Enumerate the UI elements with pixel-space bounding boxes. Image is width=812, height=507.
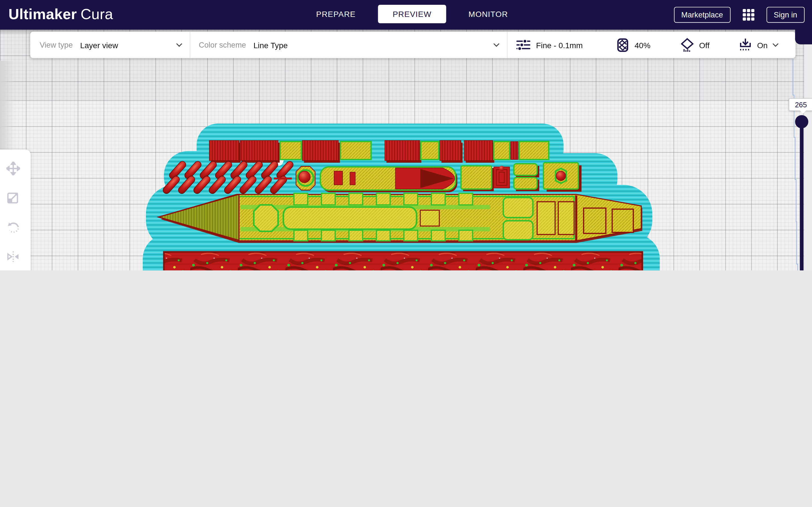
marketplace-button[interactable]: Marketplace <box>674 7 730 22</box>
print-profile-value: Fine - 0.1mm <box>536 40 583 49</box>
scale-tool-button[interactable] <box>3 187 24 209</box>
infill-value: 40% <box>635 40 651 49</box>
current-layer-value: 265 <box>795 101 807 108</box>
view-type-label: View type <box>40 41 73 49</box>
header-right-extension <box>795 30 812 45</box>
color-scheme-dropdown[interactable]: Color scheme Line Type <box>190 32 507 58</box>
chevron-down-icon <box>493 43 500 47</box>
chevron-down-icon[interactable] <box>772 43 779 47</box>
infill-icon <box>617 38 629 52</box>
logo-ultimaker: Ultimaker <box>8 6 77 22</box>
print-settings-sliders-icon <box>516 38 531 52</box>
color-scheme-value: Line Type <box>253 40 288 49</box>
canvas-right-gutter <box>804 30 812 270</box>
sign-in-button[interactable]: Sign in <box>766 7 805 22</box>
app-logo: UltimakerCura <box>8 6 113 23</box>
app-switcher-icon[interactable] <box>742 8 755 21</box>
header-actions: Marketplace Sign in <box>674 0 805 30</box>
current-layer-tooltip: 265 <box>789 98 812 111</box>
adhesion-icon <box>739 38 752 52</box>
logo-cura: Cura <box>81 6 113 22</box>
build-plate[interactable] <box>0 100 812 270</box>
print-settings-summary[interactable]: Fine - 0.1mm 40% <box>507 32 796 58</box>
view-type-value: Layer view <box>80 40 118 49</box>
tab-prepare[interactable]: PREPARE <box>310 5 362 23</box>
chevron-down-icon <box>176 43 183 47</box>
tool-panel <box>0 150 31 270</box>
stage-tabs: PREPARE PREVIEW MONITOR <box>310 5 515 23</box>
layer-slider-upper-handle[interactable] <box>795 115 808 128</box>
mirror-tool-button[interactable] <box>3 246 24 267</box>
tab-preview[interactable]: PREVIEW <box>378 5 446 23</box>
cura-window: UltimakerCura PREPARE PREVIEW MONITOR Ma… <box>0 0 812 270</box>
view-type-dropdown[interactable]: View type Layer view <box>30 32 190 58</box>
layer-slider-track[interactable] <box>800 121 804 271</box>
move-tool-button[interactable] <box>3 158 24 179</box>
main-header: UltimakerCura PREPARE PREVIEW MONITOR Ma… <box>0 0 812 30</box>
adhesion-value: On <box>757 40 768 49</box>
rotate-tool-button[interactable] <box>3 217 24 238</box>
color-scheme-label: Color scheme <box>199 41 246 49</box>
preview-toolbar: View type Layer view Color scheme Line T… <box>30 32 796 58</box>
support-value: Off <box>699 40 709 49</box>
support-icon <box>681 38 694 52</box>
tab-monitor[interactable]: MONITOR <box>462 5 514 23</box>
